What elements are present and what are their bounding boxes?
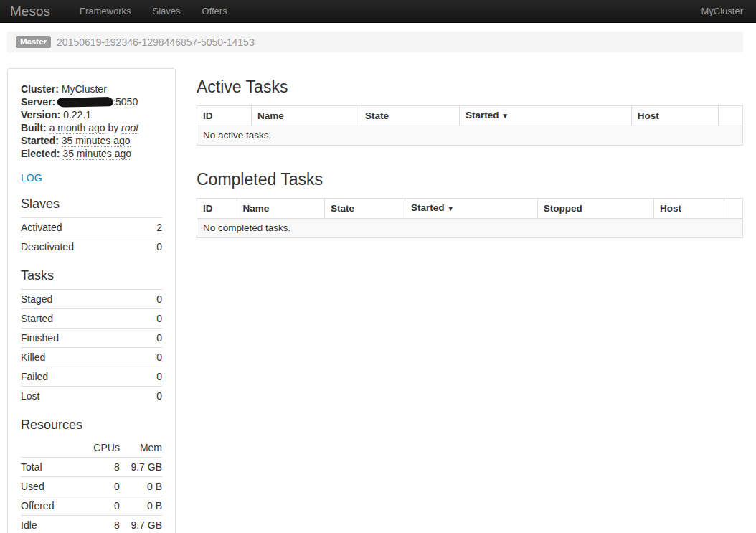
- completed-col-name[interactable]: Name: [237, 199, 325, 219]
- stat-value: 2: [148, 218, 162, 237]
- table-header-row: ID Name State Started ▼ Stopped Host: [197, 199, 743, 219]
- elected-time-ago[interactable]: 35 minutes ago: [62, 148, 131, 160]
- stat-label: Staged: [21, 290, 144, 309]
- stat-value: 8: [77, 516, 120, 533]
- active-tasks-empty-message: No active tasks.: [197, 126, 743, 146]
- cluster-value: MyCluster: [62, 83, 107, 95]
- nav-slaves[interactable]: Slaves: [141, 6, 191, 16]
- table-row: Finished 0: [21, 329, 162, 348]
- stat-label: Started: [21, 309, 144, 329]
- master-badge: Master: [16, 36, 51, 49]
- server-port: :5050: [113, 96, 138, 108]
- active-col-started[interactable]: Started ▼: [460, 106, 632, 126]
- table-row: Deactivated 0: [21, 237, 162, 257]
- resources-table: CPUs Mem Total 8 9.7 GB Used 0 0 B: [21, 438, 162, 533]
- active-tasks-table: ID Name State Started ▼ Host No active t…: [197, 105, 743, 146]
- nav-offers[interactable]: Offers: [192, 6, 238, 16]
- stat-value: 0: [144, 367, 162, 387]
- stat-label: Killed: [21, 348, 144, 367]
- tasks-stats-table: Staged 0 Started 0 Finished 0 Killed 0: [21, 289, 162, 405]
- stat-value: 8: [77, 458, 120, 477]
- stat-label: Lost: [21, 387, 144, 406]
- top-navbar: Mesos Frameworks Slaves Offers MyCluster: [0, 0, 756, 23]
- brand-mesos[interactable]: Mesos: [10, 4, 50, 19]
- page-container: Master 20150619-192346-1298446857-5050-1…: [0, 32, 756, 533]
- built-user[interactable]: root: [121, 122, 138, 134]
- cluster-info-line: Cluster: MyCluster: [21, 82, 162, 95]
- stat-value: 9.7 GB: [120, 458, 162, 477]
- active-col-started-label: Started: [466, 110, 499, 121]
- breadcrumb: Master 20150619-192346-1298446857-5050-1…: [7, 32, 743, 52]
- content-area: Cluster: MyCluster Server: :5050 Version…: [7, 68, 743, 533]
- completed-col-started-label: Started: [411, 202, 445, 213]
- stat-value: 0 B: [120, 477, 162, 496]
- stat-label: Activated: [21, 218, 148, 237]
- table-row: Failed 0: [21, 367, 162, 387]
- elected-info-line: Elected: 35 minutes ago: [21, 147, 162, 160]
- version-info-line: Version: 0.22.1: [21, 108, 162, 121]
- stat-label: Finished: [21, 329, 144, 348]
- table-row: CPUs Mem: [21, 438, 162, 458]
- started-time-ago[interactable]: 35 minutes ago: [62, 135, 131, 147]
- active-col-name[interactable]: Name: [252, 106, 359, 126]
- completed-col-id[interactable]: ID: [197, 199, 237, 219]
- active-tasks-title: Active Tasks: [197, 77, 743, 97]
- cpus-column-header: CPUs: [77, 438, 120, 458]
- stat-label: Failed: [21, 367, 144, 387]
- completed-tasks-title: Completed Tasks: [197, 170, 743, 189]
- stat-label: Offered: [21, 496, 77, 516]
- built-time-ago[interactable]: a month ago: [49, 122, 105, 134]
- completed-tasks-empty-message: No completed tasks.: [197, 219, 743, 238]
- stat-value: 9.7 GB: [120, 516, 162, 533]
- mem-column-header: Mem: [120, 438, 162, 458]
- stat-value: 0: [144, 309, 162, 329]
- active-col-empty: [719, 106, 743, 126]
- resources-empty-header: [21, 438, 77, 458]
- table-row: Idle 8 9.7 GB: [21, 516, 162, 533]
- stat-value: 0: [77, 496, 120, 516]
- stat-value: 0: [144, 329, 162, 348]
- stat-value: 0: [77, 477, 120, 496]
- nav-frameworks[interactable]: Frameworks: [69, 6, 142, 16]
- table-header-row: ID Name State Started ▼ Host: [197, 106, 743, 126]
- version-value: 0.22.1: [63, 109, 91, 121]
- cluster-label: Cluster:: [21, 83, 59, 95]
- completed-col-state[interactable]: State: [325, 199, 405, 219]
- resources-section-title: Resources: [21, 417, 162, 433]
- built-label: Built:: [21, 122, 47, 133]
- server-label: Server:: [21, 96, 55, 108]
- table-row: Total 8 9.7 GB: [21, 458, 162, 477]
- stat-label: Deactivated: [21, 237, 148, 257]
- table-row: Lost 0: [21, 387, 162, 406]
- slaves-section-title: Slaves: [21, 196, 162, 212]
- table-row: Offered 0 0 B: [21, 496, 162, 516]
- master-id: 20150619-192346-1298446857-5050-14153: [57, 37, 255, 48]
- active-col-id[interactable]: ID: [197, 106, 252, 126]
- stat-label: Idle: [21, 516, 77, 533]
- table-row: No active tasks.: [197, 126, 743, 146]
- cluster-name-label: MyCluster: [701, 6, 746, 16]
- active-col-state[interactable]: State: [359, 106, 460, 126]
- completed-col-empty: [724, 199, 743, 219]
- table-row: Started 0: [21, 309, 162, 329]
- completed-col-host[interactable]: Host: [653, 199, 724, 219]
- built-info-line: Built: a month ago by root: [21, 121, 162, 134]
- slaves-stats-table: Activated 2 Deactivated 0: [21, 217, 162, 256]
- started-info-line: Started: 35 minutes ago: [21, 134, 162, 147]
- server-info-line: Server: :5050: [21, 95, 162, 108]
- stat-value: 0: [148, 237, 162, 257]
- stat-value: 0: [144, 290, 162, 309]
- active-col-host[interactable]: Host: [631, 106, 719, 126]
- stat-value: 0: [144, 387, 162, 406]
- stat-value: 0: [144, 348, 162, 367]
- table-row: Activated 2: [21, 218, 162, 237]
- completed-tasks-table: ID Name State Started ▼ Stopped Host: [197, 198, 743, 238]
- built-by-text: by: [108, 122, 118, 133]
- started-label: Started:: [21, 135, 59, 146]
- log-link[interactable]: LOG: [21, 172, 42, 184]
- completed-col-stopped[interactable]: Stopped: [537, 199, 653, 219]
- main-content: Active Tasks ID Name State Started ▼: [197, 68, 743, 238]
- sidebar-panel: Cluster: MyCluster Server: :5050 Version…: [7, 68, 176, 533]
- completed-col-started[interactable]: Started ▼: [405, 199, 537, 219]
- stat-label: Used: [21, 477, 77, 496]
